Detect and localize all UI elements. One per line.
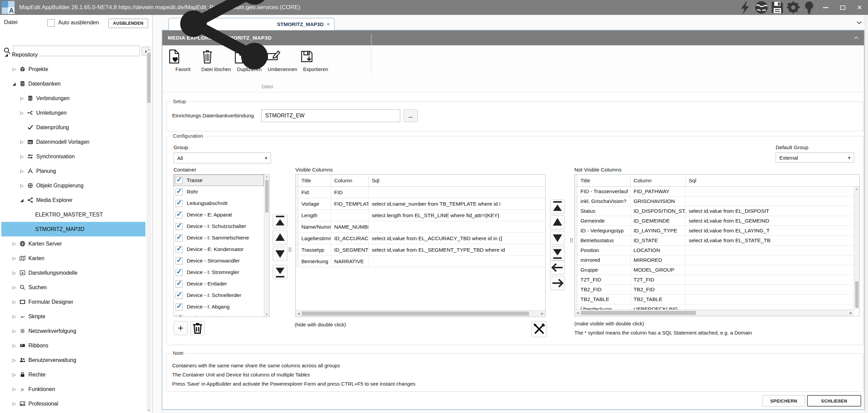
tree-item[interactable]: Professional <box>1 396 145 411</box>
tree-item[interactable]: Media Explorer <box>1 193 145 207</box>
container-checkbox[interactable] <box>176 211 183 219</box>
delete-container-button[interactable] <box>190 321 205 335</box>
vertical-scrollbar[interactable]: ▲ ▼ <box>854 187 859 309</box>
tree-item[interactable]: Verbindungen <box>1 91 145 106</box>
move-right-button[interactable] <box>550 276 565 290</box>
table-row[interactable]: Betriebsstatus ID_STATE select id,value … <box>575 236 859 246</box>
container-checkbox[interactable] <box>176 280 183 288</box>
tree-item[interactable]: Objekt Gruppierung <box>1 178 145 193</box>
table-row[interactable]: inkl. GrischaVision? GRISCHAVISION <box>575 197 859 206</box>
container-checkbox[interactable] <box>176 292 183 299</box>
container-row[interactable]: Leitungsabschnitt <box>174 198 264 209</box>
expand-arrow-icon[interactable] <box>13 82 20 86</box>
container-row[interactable]: Device - Entlader <box>174 278 264 290</box>
tree-item[interactable]: Datenprüfung <box>1 120 145 135</box>
expand-arrow-icon[interactable] <box>20 139 27 144</box>
scroll-thumb[interactable] <box>855 281 859 307</box>
tree-item[interactable]: Darstellungsmodelle <box>1 266 145 280</box>
hide-button[interactable]: AUSBLENDEN <box>108 19 148 28</box>
container-scrollbar[interactable]: ▲ ▼ <box>264 175 269 317</box>
container-checkbox[interactable] <box>176 223 183 230</box>
table-row[interactable]: TB2_FID TB2_FID <box>575 285 859 295</box>
tree-item[interactable]: Karten <box>1 251 145 266</box>
scroll-down-icon[interactable]: ▼ <box>264 313 269 316</box>
table-row[interactable]: Vorlage FID_TEMPLATE select id,name_numb… <box>296 198 545 210</box>
tree-item[interactable]: Karten Server <box>1 236 145 251</box>
tree-item[interactable]: ELEKTRO_MASTER_TEST <box>1 207 145 222</box>
container-checkbox[interactable] <box>176 246 183 253</box>
table-row[interactable]: Status ID_DISPOSITION_STATE select id,va… <box>575 206 859 216</box>
tree-item[interactable]: Projekte <box>1 62 145 76</box>
horizontal-scrollbar[interactable]: ◀ ▶ <box>575 309 854 316</box>
minimize-button[interactable] <box>817 0 834 15</box>
column-header[interactable]: Column <box>331 175 369 186</box>
tree-item[interactable]: Ribbons <box>1 338 145 353</box>
container-checkbox[interactable] <box>176 188 183 196</box>
expand-arrow-icon[interactable] <box>13 401 20 406</box>
scroll-thumb[interactable] <box>265 180 269 212</box>
container-row[interactable]: Device - E: Kondensator <box>174 244 264 255</box>
table-row[interactable]: Length select length from EL_STR_LINE wh… <box>296 210 545 221</box>
horizontal-scrollbar[interactable]: ◀ ▶ <box>296 310 545 317</box>
scroll-up-icon[interactable]: ▲ <box>264 175 269 178</box>
table-row[interactable]: Position LOCATION <box>575 246 859 255</box>
datei-menu[interactable]: Datei <box>4 19 18 26</box>
table-row[interactable]: Trassetyp ID_SEGMENT_TYPE select id,valu… <box>296 244 545 256</box>
container-row[interactable]: Device - I: Schnellerder <box>174 290 264 301</box>
maximize-button[interactable] <box>834 0 851 15</box>
auto-hide-checkbox[interactable] <box>47 19 55 27</box>
container-row[interactable]: Device - Stromwandler <box>174 255 264 267</box>
table-row[interactable]: Name/Nummer NAME_NUMBER <box>296 221 545 233</box>
table-row[interactable]: FID - Trassenverlauf FID_PATHWAY <box>575 187 859 197</box>
group-dropdown[interactable]: All <box>174 153 271 163</box>
container-move-bottom-button[interactable] <box>273 265 288 279</box>
tab-list-chevron-icon[interactable] <box>856 19 863 26</box>
settings-icon[interactable] <box>785 0 801 15</box>
expand-arrow-icon[interactable] <box>13 256 20 261</box>
collapse-chevron-icon[interactable] <box>853 35 859 41</box>
tree-item[interactable]: Synchronisation <box>1 149 145 164</box>
tree-item[interactable]: STMORITZ_MAP3D <box>1 222 145 236</box>
table-row[interactable]: mirrored MIRRORED <box>575 255 859 265</box>
table-row[interactable]: Bemerkung NARRATIVE <box>296 256 545 267</box>
column-header[interactable]: Column <box>631 175 686 186</box>
expand-arrow-icon[interactable] <box>20 198 27 203</box>
scroll-up-icon[interactable]: ▲ <box>146 48 151 51</box>
scroll-thumb[interactable] <box>302 312 529 316</box>
tree-item[interactable]: .NET Skripte <box>1 309 145 324</box>
column-move-up-button[interactable] <box>550 215 565 229</box>
expand-arrow-icon[interactable] <box>20 96 27 101</box>
tree-item[interactable]: Planung <box>1 164 145 178</box>
expand-arrow-icon[interactable] <box>20 154 27 159</box>
scroll-right-icon[interactable]: ▶ <box>848 310 854 316</box>
container-row[interactable]: Device - I: Abgang <box>174 301 264 313</box>
scroll-up-icon[interactable]: ▲ <box>854 187 859 190</box>
container-move-down-button[interactable] <box>273 247 288 261</box>
tree-item[interactable]: Benutzerverwaltung <box>1 353 145 367</box>
expand-arrow-icon[interactable] <box>20 183 27 188</box>
table-row[interactable]: TB2_TABLE TB2_TABLE <box>575 295 859 304</box>
save-icon[interactable] <box>770 0 785 15</box>
tree-item[interactable]: Datenbanken <box>1 76 145 91</box>
splitter-handle[interactable]: || <box>570 237 573 243</box>
tab-stmoritz-map3d[interactable]: STMORITZ_MAP3D × <box>168 18 335 30</box>
expand-arrow-icon[interactable] <box>20 110 27 115</box>
container-checkbox[interactable] <box>176 269 183 276</box>
container-checkbox[interactable] <box>176 303 183 311</box>
column-header[interactable]: Title <box>298 175 331 186</box>
splitter-handle[interactable]: || <box>289 247 292 252</box>
scroll-down-icon[interactable]: ▼ <box>854 306 859 309</box>
tree-item[interactable]: fx Funktionen <box>1 382 145 396</box>
table-row[interactable]: ID - Verlegungstyp ID_LAYING_TYPE select… <box>575 226 859 236</box>
tree-item[interactable]: SQL Datenmodell Vorlagen <box>1 135 145 149</box>
close-button[interactable]: × <box>851 0 868 15</box>
expand-arrow-icon[interactable] <box>13 372 20 377</box>
column-move-down-button[interactable] <box>550 231 565 245</box>
container-checkbox[interactable] <box>176 234 183 242</box>
connection-input[interactable] <box>261 109 400 122</box>
column-move-bottom-button[interactable] <box>550 246 565 260</box>
column-header[interactable]: Sql <box>686 175 859 186</box>
expand-arrow-icon[interactable] <box>13 387 20 392</box>
expand-arrow-icon[interactable] <box>20 168 27 174</box>
ribbon-button[interactable]: Exportieren <box>299 45 332 92</box>
